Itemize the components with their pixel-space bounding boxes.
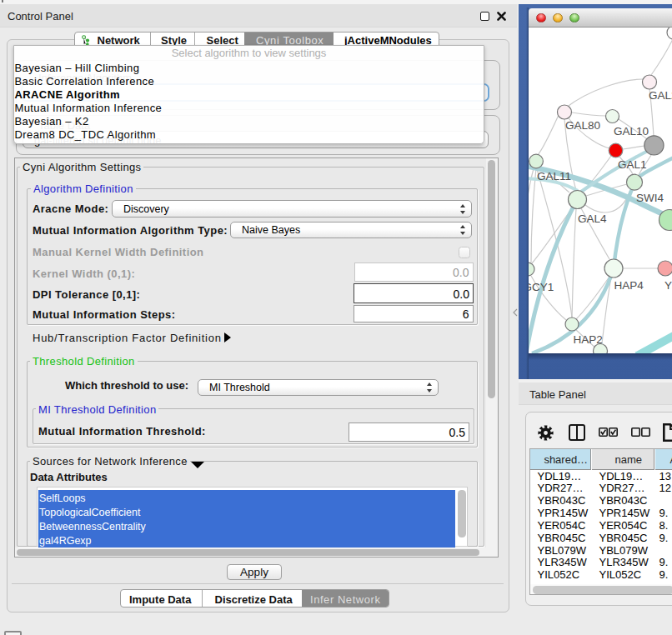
svg-text:YJR048W: YJR048W	[664, 279, 672, 292]
svg-text:GAL4: GAL4	[578, 212, 607, 225]
svg-text:HAP2: HAP2	[574, 333, 603, 346]
svg-text:GAL10: GAL10	[614, 125, 649, 138]
svg-text:SWI4: SWI4	[636, 192, 664, 204]
svg-text:GCY1: GCY1	[529, 281, 554, 293]
svg-text:HAP4: HAP4	[614, 279, 644, 292]
svg-text:GAL1: GAL1	[618, 158, 647, 171]
svg-text:GAL11: GAL11	[537, 170, 571, 182]
svg-text:GAL80: GAL80	[565, 119, 600, 132]
svg-text:GAL2: GAL2	[649, 89, 672, 102]
